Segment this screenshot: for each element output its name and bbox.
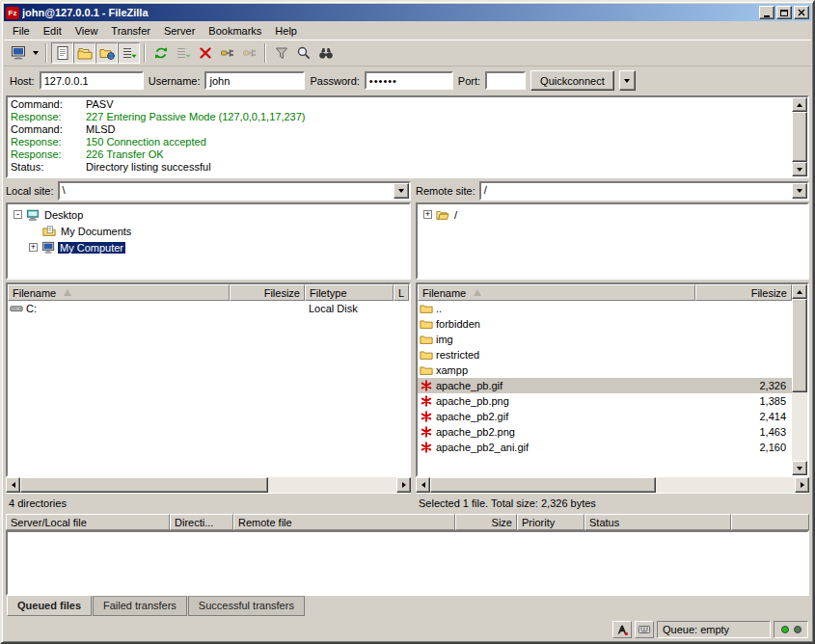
process-queue-button[interactable]: [172, 42, 194, 64]
statusbar-spacer: [7, 621, 610, 638]
password-input[interactable]: [365, 71, 453, 90]
browser-panes: Local site: \ - Desktop My Documents +: [4, 180, 811, 512]
column-header-lastmodified[interactable]: L: [394, 284, 409, 301]
file-row[interactable]: xampp: [418, 362, 792, 378]
find-button[interactable]: [314, 42, 337, 64]
username-input[interactable]: [204, 71, 305, 90]
quickconnect-dropdown-button[interactable]: [619, 70, 636, 91]
column-header-server-local-file[interactable]: Server/Local file: [6, 514, 170, 530]
file-row[interactable]: restricted: [418, 347, 792, 362]
host-input[interactable]: [40, 71, 144, 90]
toggle-local-tree-button[interactable]: [73, 42, 95, 64]
cancel-button[interactable]: [194, 42, 216, 64]
scroll-up-button[interactable]: [792, 284, 807, 299]
scroll-down-button[interactable]: [792, 461, 807, 475]
menu-file[interactable]: File: [6, 23, 37, 39]
reconnect-button[interactable]: [238, 42, 260, 64]
scroll-left-button[interactable]: [6, 477, 20, 493]
keypad-icon[interactable]: [635, 621, 654, 638]
local-site-combo[interactable]: \: [58, 181, 411, 201]
tree-item-my-documents[interactable]: My Documents: [8, 223, 409, 239]
file-row[interactable]: apache_pb2.gif 2,414: [418, 409, 792, 424]
toggle-remote-tree-button[interactable]: [95, 42, 118, 64]
menu-server[interactable]: Server: [157, 23, 202, 39]
scroll-down-button[interactable]: [792, 162, 807, 176]
scroll-left-button[interactable]: [416, 477, 430, 493]
menu-bookmarks[interactable]: Bookmarks: [202, 23, 268, 39]
scroll-thumb[interactable]: [20, 477, 268, 493]
compare-button[interactable]: [292, 42, 314, 64]
scroll-thumb[interactable]: [430, 477, 656, 493]
column-header-filesize[interactable]: Filesize: [230, 284, 305, 301]
tree-item-my-computer[interactable]: + My Computer: [8, 239, 409, 255]
filter-button[interactable]: [270, 42, 292, 64]
local-tree-icon: [77, 45, 93, 61]
column-header-remote-file[interactable]: Remote file: [233, 514, 455, 530]
column-header-size[interactable]: Size: [455, 514, 517, 530]
tab-successful-transfers[interactable]: Successful transfers: [188, 596, 305, 616]
menu-help[interactable]: Help: [268, 23, 304, 39]
scroll-right-button[interactable]: [795, 477, 809, 493]
file-row-c-drive[interactable]: C: Local Disk: [8, 301, 409, 316]
scroll-thumb[interactable]: [792, 299, 807, 392]
my-documents-icon: [42, 225, 56, 238]
local-horizontal-scrollbar[interactable]: [6, 477, 411, 493]
file-row[interactable]: forbidden: [418, 316, 792, 332]
disconnect-button[interactable]: [216, 42, 238, 64]
tab-failed-transfers[interactable]: Failed transfers: [93, 596, 187, 616]
tab-queued-files[interactable]: Queued files: [7, 596, 92, 616]
scroll-up-button[interactable]: [792, 97, 807, 112]
menu-edit[interactable]: Edit: [37, 23, 68, 39]
expand-toggle[interactable]: +: [423, 210, 432, 219]
toggle-message-log-button[interactable]: [51, 42, 73, 64]
expand-toggle[interactable]: +: [29, 243, 38, 252]
file-row[interactable]: apache_pb2_ani.gif 2,160: [418, 440, 792, 455]
compare-icon: [296, 45, 312, 61]
column-header-filename[interactable]: Filename: [418, 284, 695, 301]
arrow-left-icon: [12, 482, 15, 488]
column-header-direction[interactable]: Directi...: [170, 514, 233, 530]
file-row[interactable]: img: [418, 332, 792, 347]
close-button[interactable]: [794, 6, 809, 19]
collapse-toggle[interactable]: -: [14, 210, 22, 219]
column-header-filesize[interactable]: Filesize: [695, 284, 792, 301]
file-row[interactable]: apache_pb.png 1,385: [418, 393, 792, 409]
local-pane: Local site: \ - Desktop My Documents +: [6, 180, 411, 512]
maximize-button[interactable]: [776, 6, 792, 19]
drive-icon: [10, 302, 23, 315]
log-vertical-scrollbar[interactable]: [792, 97, 807, 176]
maximize-icon: [780, 10, 788, 16]
refresh-button[interactable]: [149, 42, 172, 64]
tree-item-root[interactable]: + /: [418, 206, 807, 223]
tree-item-desktop[interactable]: - Desktop: [8, 206, 409, 223]
file-row-selected[interactable]: apache_pb.gif 2,326: [418, 378, 792, 393]
scroll-right-button[interactable]: [396, 477, 411, 493]
local-site-dropdown-button[interactable]: [394, 183, 409, 199]
file-row[interactable]: ..: [418, 301, 792, 316]
status-bar: Queue: empty: [4, 617, 811, 640]
remote-site-dropdown-button[interactable]: [792, 183, 807, 199]
port-input[interactable]: [485, 71, 526, 90]
site-manager-dropdown-button[interactable]: [29, 42, 41, 64]
minimize-button[interactable]: [759, 6, 774, 19]
remote-site-combo[interactable]: /: [479, 181, 809, 201]
transfer-type-ascii-icon[interactable]: [612, 621, 632, 638]
quickconnect-button[interactable]: Quickconnect: [530, 70, 614, 91]
file-row[interactable]: apache_pb2.png 1,463: [418, 424, 792, 440]
toggle-queue-button[interactable]: [118, 42, 140, 64]
site-manager-button[interactable]: [7, 42, 29, 64]
column-header-status[interactable]: Status: [584, 514, 731, 530]
log-line: Command:MLSD: [11, 123, 792, 136]
menu-transfer[interactable]: Transfer: [104, 23, 157, 39]
log-line: Response:227 Entering Passive Mode (127,…: [11, 111, 792, 123]
menu-view[interactable]: View: [68, 23, 105, 39]
local-file-list: C: Local Disk: [8, 301, 409, 475]
column-header-filename[interactable]: Filename: [8, 284, 230, 301]
scroll-thumb[interactable]: [792, 112, 807, 162]
chevron-down-icon: [797, 189, 802, 193]
column-header-filetype[interactable]: Filetype: [305, 284, 394, 301]
remote-vertical-scrollbar[interactable]: [792, 284, 807, 475]
remote-horizontal-scrollbar[interactable]: [416, 477, 809, 493]
queue-list[interactable]: [6, 530, 809, 596]
column-header-priority[interactable]: Priority: [517, 514, 584, 530]
